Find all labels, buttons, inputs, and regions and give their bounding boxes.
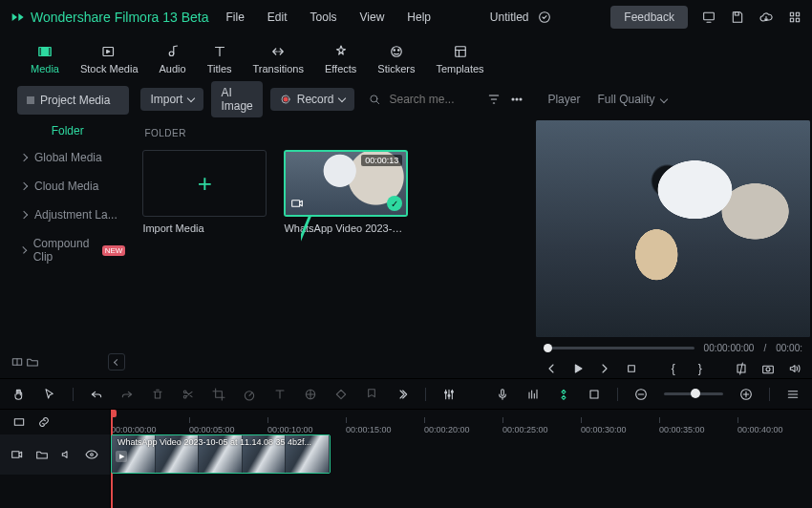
- more-tools-icon[interactable]: [395, 387, 410, 402]
- tab-audio[interactable]: Audio: [160, 43, 186, 74]
- project-title: Untitled: [448, 10, 593, 25]
- tab-transitions[interactable]: Transitions: [253, 43, 304, 74]
- timeline: 00:00:00:0000:00:05:0000:00:10:0000:00:1…: [0, 378, 812, 508]
- zoom-slider[interactable]: [664, 392, 723, 395]
- magnet-icon[interactable]: [556, 387, 571, 402]
- timeline-clip[interactable]: ▶ WhatsApp Video 2023-10-05 at 11.14.08 …: [111, 434, 331, 474]
- mark-in-icon[interactable]: {: [666, 361, 681, 376]
- quality-dropdown[interactable]: Full Quality: [597, 93, 666, 106]
- visibility-icon[interactable]: [84, 447, 99, 462]
- tab-media[interactable]: Media: [31, 43, 59, 74]
- svg-point-34: [451, 391, 453, 392]
- more-icon[interactable]: [509, 92, 524, 107]
- grid-icon[interactable]: [587, 387, 602, 402]
- time-ruler[interactable]: 00:00:00:0000:00:05:0000:00:10:0000:00:1…: [111, 410, 812, 434]
- stop-icon[interactable]: [624, 361, 639, 376]
- svg-rect-35: [502, 389, 504, 395]
- filter-icon[interactable]: [486, 92, 502, 107]
- mark-out-icon[interactable]: }: [693, 361, 708, 376]
- sidebar-item-cloud-media[interactable]: Cloud Media: [0, 172, 135, 201]
- sidebar: Project Media Folder Global Media Cloud …: [0, 82, 135, 378]
- menu-view[interactable]: View: [360, 11, 385, 24]
- menu-file[interactable]: File: [226, 11, 245, 24]
- save-icon[interactable]: [730, 10, 745, 25]
- collapse-sidebar-button[interactable]: [108, 353, 125, 370]
- media-toolbar: Import AI Image Record: [140, 82, 524, 116]
- split-icon[interactable]: [181, 387, 196, 402]
- search-input[interactable]: [362, 88, 479, 111]
- ai-image-button[interactable]: AI Image: [211, 81, 262, 117]
- apps-icon[interactable]: [787, 10, 802, 25]
- expand-panel-icon[interactable]: [10, 354, 25, 370]
- progress-bar[interactable]: [544, 347, 694, 349]
- mic-icon[interactable]: [495, 387, 510, 402]
- keyframe-icon[interactable]: [333, 387, 349, 402]
- mute-icon[interactable]: [59, 447, 75, 462]
- speed-icon[interactable]: [242, 387, 257, 402]
- text-icon[interactable]: [272, 387, 288, 402]
- search-icon: [368, 93, 381, 106]
- crop-tool-icon[interactable]: [211, 387, 226, 402]
- svg-rect-3: [790, 12, 793, 15]
- import-media-tile[interactable]: + Import Media: [142, 150, 267, 234]
- tab-stock-media[interactable]: Stock Media: [80, 43, 139, 74]
- redo-icon[interactable]: [119, 387, 135, 402]
- cloud-icon[interactable]: [759, 10, 774, 25]
- folder-label[interactable]: Folder: [0, 115, 135, 143]
- hand-tool-icon[interactable]: [11, 387, 27, 402]
- svg-rect-36: [590, 391, 598, 398]
- zoom-out-icon[interactable]: [633, 387, 649, 402]
- menu-help[interactable]: Help: [407, 11, 431, 24]
- snapshot-icon[interactable]: [760, 361, 776, 376]
- svg-point-41: [91, 454, 94, 456]
- sidebar-item-global-media[interactable]: Global Media: [0, 143, 135, 172]
- sidebar-item-adjustment-layer[interactable]: Adjustment La...: [0, 201, 135, 229]
- svg-rect-40: [12, 452, 19, 458]
- monitor-icon[interactable]: [701, 10, 716, 25]
- svg-rect-2: [735, 12, 738, 15]
- menu-edit[interactable]: Edit: [267, 11, 288, 24]
- titlebar: Wondershare Filmora 13 Beta File Edit To…: [0, 0, 812, 34]
- mixer-icon[interactable]: [441, 387, 457, 402]
- link-icon[interactable]: [36, 414, 52, 430]
- tab-titles[interactable]: Titles: [207, 43, 232, 74]
- media-browser: Import AI Image Record FOLDER + Import M…: [135, 82, 534, 378]
- progress-bar-row: 00:00:00:00 / 00:00:: [536, 339, 810, 357]
- time-total: 00:00:: [776, 343, 802, 353]
- tab-stickers[interactable]: Stickers: [377, 43, 415, 74]
- zoom-in-icon[interactable]: [738, 387, 754, 402]
- menu-tools[interactable]: Tools: [310, 11, 337, 24]
- media-clip-tile[interactable]: 00:00:13 ✓ WhatsApp Video 2023-10-05...: [284, 150, 408, 234]
- plus-icon: +: [198, 169, 212, 199]
- video-track-header[interactable]: [0, 434, 110, 475]
- svg-rect-8: [39, 47, 41, 55]
- preview-viewport[interactable]: [536, 120, 810, 337]
- import-dropdown[interactable]: Import: [140, 88, 203, 111]
- sidebar-item-compound-clip[interactable]: Compound ClipNEW: [0, 229, 135, 271]
- timeline-tracks[interactable]: 00:00:00:0000:00:05:0000:00:10:0000:00:1…: [111, 410, 812, 508]
- ribbon-tabs: Media Stock Media Audio Titles Transitio…: [0, 34, 812, 82]
- record-dropdown[interactable]: Record: [270, 88, 355, 111]
- list-view-icon[interactable]: [785, 387, 801, 402]
- selection-tool-icon[interactable]: [42, 387, 57, 402]
- undo-icon[interactable]: [89, 387, 104, 402]
- volume-icon[interactable]: [787, 361, 802, 376]
- new-folder-icon[interactable]: [25, 354, 40, 370]
- tab-templates[interactable]: Templates: [436, 43, 483, 74]
- svg-rect-5: [790, 18, 793, 21]
- feedback-button[interactable]: Feedback: [610, 6, 688, 29]
- prev-frame-icon[interactable]: [544, 361, 559, 376]
- tab-effects[interactable]: Effects: [325, 43, 356, 74]
- svg-rect-4: [796, 12, 799, 15]
- marker-icon[interactable]: [364, 387, 379, 402]
- project-media-header[interactable]: Project Media: [17, 86, 129, 115]
- delete-icon[interactable]: [150, 387, 165, 402]
- svg-point-33: [448, 394, 450, 396]
- next-frame-icon[interactable]: [597, 361, 612, 376]
- color-icon[interactable]: [303, 387, 318, 402]
- timeline-settings-icon[interactable]: [11, 414, 27, 430]
- track-add-icon[interactable]: [34, 447, 50, 462]
- crop-icon[interactable]: [734, 361, 749, 376]
- play-icon[interactable]: [570, 361, 586, 376]
- audio-mix-icon[interactable]: [525, 387, 541, 402]
